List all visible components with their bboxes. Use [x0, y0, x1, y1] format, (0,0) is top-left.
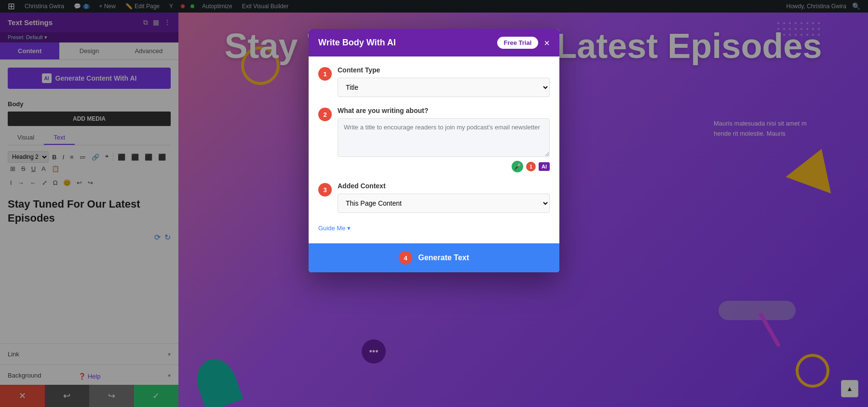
step4-circle: 4: [399, 251, 412, 265]
modal: Write Body With AI Free Trial × 1 Conten…: [309, 29, 559, 272]
guide-me-chevron-icon: ▾: [347, 225, 351, 232]
content-type-select[interactable]: Title Paragraph List Introduction Conclu…: [338, 78, 550, 97]
generate-text-label: Generate Text: [418, 253, 469, 262]
added-context-select[interactable]: This Page Content Custom Context None: [338, 194, 550, 213]
modal-close-button[interactable]: ×: [544, 38, 550, 48]
modal-body: 1 Content Type Title Paragraph List Intr…: [309, 56, 559, 243]
step3-label: Added Context: [338, 182, 550, 190]
textarea-footer: 🎤 1 AI: [338, 161, 550, 172]
modal-header: Write Body With AI Free Trial ×: [309, 29, 559, 56]
step3-row: 3 Added Context This Page Content Custom…: [318, 182, 550, 213]
step1-content: Content Type Title Paragraph List Introd…: [338, 66, 550, 97]
modal-overlay: Write Body With AI Free Trial × 1 Conten…: [0, 0, 868, 407]
char-count-badge: 1: [526, 162, 536, 171]
writing-about-textarea[interactable]: [338, 118, 550, 157]
step3-content: Added Context This Page Content Custom C…: [338, 182, 550, 213]
step2-content: What are you writing about? 🎤 1 AI: [338, 107, 550, 172]
step2-label: What are you writing about?: [338, 107, 550, 114]
step1-row: 1 Content Type Title Paragraph List Intr…: [318, 66, 550, 97]
generate-text-button[interactable]: 4 Generate Text: [309, 243, 559, 272]
mic-button[interactable]: 🎤: [512, 161, 523, 172]
free-trial-badge[interactable]: Free Trial: [497, 37, 539, 49]
step3-circle: 3: [318, 183, 332, 196]
modal-header-right: Free Trial ×: [497, 37, 550, 49]
guide-me-button[interactable]: Guide Me ▾: [318, 223, 351, 234]
modal-title: Write Body With AI: [318, 38, 396, 48]
step1-label: Content Type: [338, 66, 550, 74]
step1-circle: 1: [318, 67, 332, 81]
ai-enhance-button[interactable]: AI: [539, 162, 550, 171]
step2-row: 2 What are you writing about? 🎤 1 AI: [318, 107, 550, 172]
step2-circle: 2: [318, 108, 332, 121]
